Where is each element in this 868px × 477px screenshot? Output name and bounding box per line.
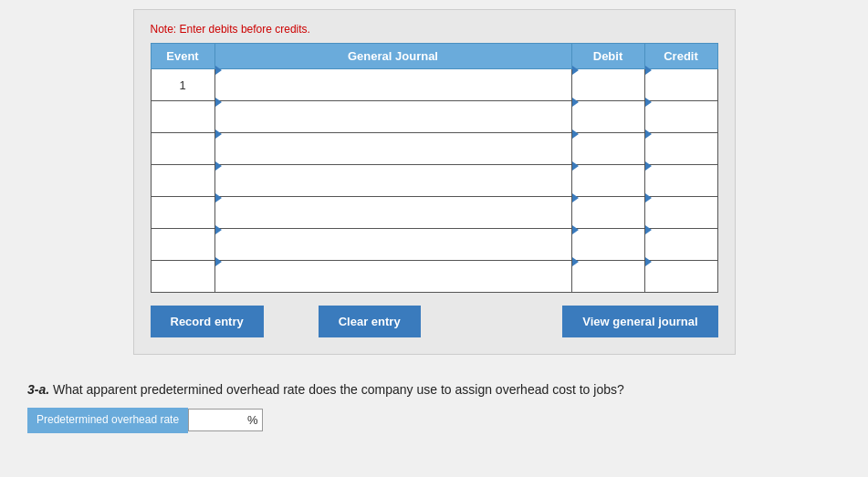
- main-panel: Note: Enter debits before credits. Event…: [133, 9, 736, 355]
- overhead-input-wrap: %: [188, 409, 263, 431]
- event-cell: [151, 197, 214, 229]
- debit-cell[interactable]: [571, 69, 644, 101]
- journal-cell[interactable]: [214, 261, 571, 293]
- clear-entry-button[interactable]: Clear entry: [319, 306, 421, 337]
- credit-cell[interactable]: [644, 261, 717, 293]
- credit-cell[interactable]: [644, 197, 717, 229]
- table-row: [151, 229, 717, 261]
- debit-cell[interactable]: [571, 229, 644, 261]
- debit-cell[interactable]: [571, 133, 644, 165]
- event-cell: [151, 229, 214, 261]
- table-row: [151, 197, 717, 229]
- debit-cell[interactable]: [571, 261, 644, 293]
- journal-cell[interactable]: [214, 165, 571, 197]
- section-label: 3-a.: [27, 382, 49, 397]
- journal-cell[interactable]: [214, 229, 571, 261]
- journal-cell[interactable]: [214, 69, 571, 101]
- note-text: Note: Enter debits before credits.: [151, 23, 718, 36]
- buttons-row: Record entry Clear entry View general jo…: [151, 306, 718, 337]
- journal-cell[interactable]: [214, 101, 571, 133]
- debit-cell[interactable]: [571, 101, 644, 133]
- table-row: [151, 165, 717, 197]
- credit-cell[interactable]: [644, 69, 717, 101]
- col-credit: Credit: [644, 44, 717, 69]
- credit-cell[interactable]: [644, 165, 717, 197]
- journal-input[interactable]: [215, 268, 571, 299]
- table-row: [151, 133, 717, 165]
- credit-cell[interactable]: [644, 133, 717, 165]
- col-debit: Debit: [571, 44, 644, 69]
- overhead-rate-input[interactable]: [189, 410, 244, 430]
- credit-input[interactable]: [645, 268, 717, 299]
- record-entry-button[interactable]: Record entry: [151, 306, 264, 337]
- journal-cell[interactable]: [214, 133, 571, 165]
- table-row: [151, 101, 717, 133]
- event-cell: 1: [151, 69, 214, 101]
- event-cell: [151, 261, 214, 293]
- section-question: What apparent predetermined overhead rat…: [53, 382, 624, 397]
- section-3a-question: 3-a. What apparent predetermined overhea…: [27, 382, 850, 397]
- debit-cell[interactable]: [571, 165, 644, 197]
- event-cell: [151, 165, 214, 197]
- col-event: Event: [151, 44, 214, 69]
- overhead-label: Predetermined overhead rate: [27, 408, 188, 433]
- table-row: [151, 261, 717, 293]
- debit-input[interactable]: [572, 268, 644, 299]
- event-cell: [151, 133, 214, 165]
- overhead-row: Predetermined overhead rate %: [27, 408, 850, 433]
- debit-cell[interactable]: [571, 197, 644, 229]
- event-cell: [151, 101, 214, 133]
- view-general-journal-button[interactable]: View general journal: [562, 306, 717, 337]
- percent-symbol: %: [244, 413, 262, 427]
- table-row: 1: [151, 69, 717, 101]
- credit-cell[interactable]: [644, 229, 717, 261]
- journal-table: Event General Journal Debit Credit 1: [151, 43, 718, 293]
- journal-cell[interactable]: [214, 197, 571, 229]
- section-3a: 3-a. What apparent predetermined overhea…: [27, 382, 850, 433]
- credit-cell[interactable]: [644, 101, 717, 133]
- col-journal: General Journal: [214, 44, 571, 69]
